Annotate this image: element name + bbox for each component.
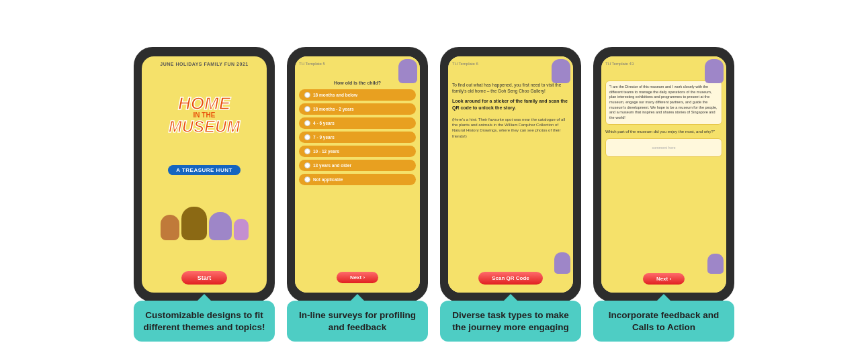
phone-screen-1: JUNE HOLIDAYS FAMILY FUN 2021 HOME IN TH… xyxy=(142,56,267,293)
survey-option-5[interactable]: 13 years and older xyxy=(299,160,416,171)
screen1-title: HOME IN THE MUSEUM xyxy=(169,95,241,135)
bear-animal xyxy=(181,207,207,240)
survey-option-2[interactable]: 4 - 6 years xyxy=(299,117,416,129)
survey-options: 18 months and below 18 months - 2 years … xyxy=(299,89,416,185)
screen2-label: TH Template 5 xyxy=(299,62,325,66)
screen1-content: JUNE HOLIDAYS FAMILY FUN 2021 HOME IN TH… xyxy=(142,56,267,293)
screen4-comment[interactable]: comment here xyxy=(605,138,722,157)
screen4-bottom: Next › xyxy=(605,273,722,287)
phone-screen-2: TH Template 5 How old is the child? 18 m… xyxy=(295,56,420,293)
animals-area xyxy=(161,207,249,240)
screen2-mascot xyxy=(398,59,417,83)
treasure-hunt-badge: A TREASURE HUNT xyxy=(168,165,241,175)
start-button[interactable]: Start xyxy=(181,271,228,285)
caption-text-1: Customizable designs to fit different th… xyxy=(144,310,265,333)
screen4-mascot-top xyxy=(705,59,724,83)
phone-frame-3: TH Template 6 To find out what has happe… xyxy=(440,47,581,302)
screen3-bottom: Scan QR Code xyxy=(452,265,569,287)
screen4-question: Which part of the museum did you enjoy t… xyxy=(605,129,722,134)
hippo-animal xyxy=(209,212,232,240)
phone-frame-2: TH Template 5 How old is the child? 18 m… xyxy=(287,47,428,302)
next-button-2[interactable]: Next › xyxy=(337,272,378,283)
cat-animal xyxy=(161,215,179,240)
caption-box-1: Customizable designs to fit different th… xyxy=(134,301,275,342)
survey-option-4[interactable]: 10 - 12 years xyxy=(299,146,416,157)
survey-option-6[interactable]: Not applicable xyxy=(299,174,416,185)
caption-box-3: Diverse task types to make the journey m… xyxy=(440,301,581,342)
screen4-content: TH Template 43 "I am the Director of thi… xyxy=(601,56,726,293)
phone-card-1: JUNE HOLIDAYS FAMILY FUN 2021 HOME IN TH… xyxy=(134,47,275,342)
small-animal xyxy=(234,219,249,240)
screen4-mascot-bottom xyxy=(707,254,724,274)
screen3-intro-text: To find out what has happened, you first… xyxy=(452,82,569,94)
screen3-bold-text: Look around for a sticker of the family … xyxy=(452,98,569,111)
main-container: JUNE HOLIDAYS FAMILY FUN 2021 HOME IN TH… xyxy=(0,0,868,355)
screen2-bottom: Next › xyxy=(337,272,378,287)
phone-screen-3: TH Template 6 To find out what has happe… xyxy=(448,56,573,293)
phone-frame-4: TH Template 43 "I am the Director of thi… xyxy=(593,47,734,302)
survey-option-0[interactable]: 18 months and below xyxy=(299,89,416,101)
screen3-mascot-bottom xyxy=(554,252,570,274)
phone-screen-4: TH Template 43 "I am the Director of thi… xyxy=(601,56,726,293)
home-text: HOME xyxy=(169,95,241,112)
screen4-quote: "I am the Director of this museum and I … xyxy=(605,81,722,125)
phone-card-2: TH Template 5 How old is the child? 18 m… xyxy=(287,47,428,342)
phone-card-4: TH Template 43 "I am the Director of thi… xyxy=(593,47,734,342)
caption-text-4: Incorporate feedback and Calls to Action xyxy=(609,310,719,333)
screen3-mascot-top xyxy=(552,59,570,83)
caption-box-4: Incorporate feedback and Calls to Action xyxy=(593,301,734,342)
caption-text-3: Diverse task types to make the journey m… xyxy=(452,310,568,333)
screen3-hint-text: (Here's a hint: Their favourite spot was… xyxy=(452,117,569,140)
screen2-content: TH Template 5 How old is the child? 18 m… xyxy=(295,56,420,293)
screen2-question: How old is the child? xyxy=(334,81,381,85)
museum-text: MUSEUM xyxy=(169,119,241,135)
screen1-header: JUNE HOLIDAYS FAMILY FUN 2021 xyxy=(160,62,248,66)
survey-option-3[interactable]: 7 - 9 years xyxy=(299,132,416,143)
scan-button[interactable]: Scan QR Code xyxy=(478,272,543,285)
phone-card-3: TH Template 6 To find out what has happe… xyxy=(440,47,581,342)
caption-box-2: In-line surveys for profiling and feedba… xyxy=(287,301,428,342)
screen3-content: TH Template 6 To find out what has happe… xyxy=(448,56,573,293)
phone-frame-1: JUNE HOLIDAYS FAMILY FUN 2021 HOME IN TH… xyxy=(134,47,275,302)
survey-option-1[interactable]: 18 months - 2 years xyxy=(299,103,416,115)
next-button-4[interactable]: Next › xyxy=(643,273,685,285)
caption-text-2: In-line surveys for profiling and feedba… xyxy=(299,310,416,333)
